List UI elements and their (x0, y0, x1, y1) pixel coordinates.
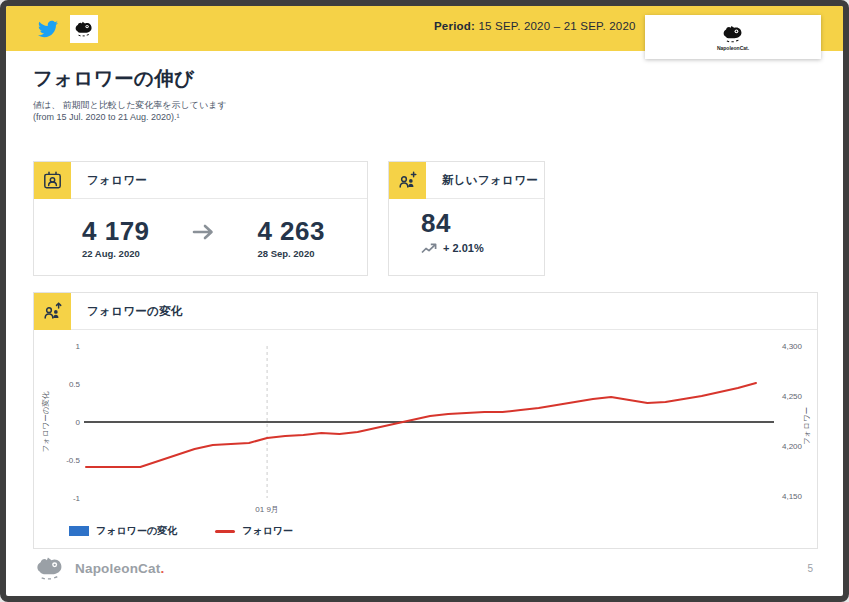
followers-card-header: フォロワー (34, 162, 367, 199)
period-value: 15 SEP. 2020 – 21 SEP. 2020 (478, 20, 635, 32)
left-axis-tick: -0.5 (66, 456, 80, 465)
right-axis-tick: 4,200 (782, 442, 803, 451)
right-axis-tick: 4,250 (782, 392, 803, 401)
twitter-icon (36, 19, 60, 39)
new-followers-card-body: 84 + 2.01% (389, 199, 544, 276)
followers-card-title: フォロワー (87, 173, 147, 188)
right-axis-tick: 4,300 (782, 342, 803, 351)
chart-card-title: フォロワーの変化 (87, 304, 183, 319)
report-period: Period: 15 SEP. 2020 – 21 SEP. 2020 (434, 20, 636, 32)
page-number: 5 (807, 563, 813, 574)
followers-icon-box (34, 162, 71, 199)
left-axis-tick: 0.5 (69, 380, 81, 389)
page-footer: NapoleonCat. 5 (33, 555, 813, 582)
followers-change-icon-box (34, 293, 71, 330)
heading-block: フォロワーの伸び 値は、 前期間と比較した変化率を示しています (from 15… (33, 65, 816, 123)
stat-cards-row: フォロワー 4 179 22 Aug. 2020 4 263 28 Sep. 2… (33, 161, 816, 276)
followers-icon (42, 170, 63, 191)
chart-area: 10.50-0.5-14,3004,2504,2004,150フォロワーの変化フ… (34, 330, 817, 522)
legend-item-followers: フォロワー (215, 524, 293, 538)
left-axis-tick: 1 (76, 342, 81, 351)
left-axis-label: フォロワーの変化 (41, 391, 50, 452)
followers-change-card: フォロワーの変化 10.50-0.5-14,3004,2504,2004,150… (33, 292, 818, 549)
change-arrow-icon (192, 223, 216, 241)
followers-card: フォロワー 4 179 22 Aug. 2020 4 263 28 Sep. 2… (33, 161, 368, 276)
new-followers-value: 84 (421, 209, 524, 237)
trend-up-icon (421, 243, 438, 254)
followers-end-date: 28 Sep. 2020 (257, 248, 325, 259)
footer-napoleoncat-icon (33, 555, 67, 582)
subtitle-line1: 値は、 前期間と比較した変化率を示しています (33, 100, 816, 112)
followers-line-series (86, 383, 756, 467)
legend-line-swatch (215, 530, 235, 533)
followers-start-date: 22 Aug. 2020 (82, 248, 150, 259)
new-followers-card-title: 新しいフォロワー (442, 173, 538, 188)
right-axis-tick: 4,150 (782, 492, 803, 501)
chart-card-header: フォロワーの変化 (34, 293, 817, 330)
brand-logo-box: NapoleonCat. (645, 15, 821, 59)
napoleoncat-avatar-icon (73, 20, 95, 38)
napoleoncat-logo-icon (720, 24, 746, 44)
left-axis-tick: 0 (76, 418, 81, 427)
right-axis-label: フォロワー (802, 407, 811, 445)
followers-change-icon (42, 301, 63, 322)
new-followers-card-header: 新しいフォロワー (389, 162, 544, 199)
followers-chart-svg: 10.50-0.5-14,3004,2504,2004,150フォロワーの変化フ… (34, 330, 819, 522)
page-title: フォロワーの伸び (33, 65, 816, 92)
new-followers-icon (397, 170, 418, 191)
followers-start-value: 4 179 (82, 217, 150, 245)
legend-label-followers: フォロワー (242, 524, 293, 538)
page-subtitle: 値は、 前期間と比較した変化率を示しています (from 15 Jul. 202… (33, 100, 816, 123)
left-axis-tick: -1 (73, 494, 81, 503)
brand-name-small: NapoleonCat. (717, 45, 749, 51)
report-page: Period: 15 SEP. 2020 – 21 SEP. 2020 Napo… (0, 0, 849, 602)
subtitle-line2: (from 15 Jul. 2020 to 21 Aug. 2020).¹ (33, 112, 816, 124)
new-followers-icon-box (389, 162, 426, 199)
x-axis-tick: 01 9月 (255, 505, 279, 514)
chart-legend: フォロワーの変化 フォロワー (34, 522, 817, 548)
footer-brand-name: NapoleonCat. (75, 561, 164, 576)
legend-item-change: フォロワーの変化 (69, 524, 177, 538)
new-followers-change: + 2.01% (443, 242, 484, 254)
followers-end-value: 4 263 (257, 217, 325, 245)
legend-label-change: フォロワーの変化 (96, 524, 177, 538)
followers-card-body: 4 179 22 Aug. 2020 4 263 28 Sep. 2020 (34, 199, 367, 276)
profile-avatar (70, 15, 98, 43)
top-bar: Period: 15 SEP. 2020 – 21 SEP. 2020 Napo… (6, 6, 843, 51)
period-label: Period: (434, 20, 475, 32)
legend-square-swatch (69, 526, 89, 536)
new-followers-card: 新しいフォロワー 84 + 2.01% (388, 161, 545, 276)
